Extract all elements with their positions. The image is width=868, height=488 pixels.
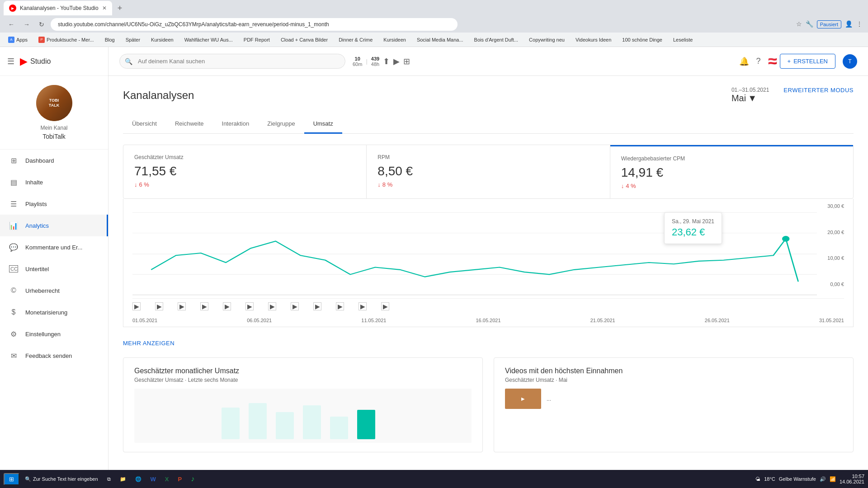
sidebar-item-einstellungen[interactable]: ⚙ Einstellungen — [0, 323, 108, 345]
taskbar-powerpoint[interactable]: P — [174, 474, 185, 484]
bookmark-spaeter[interactable]: Später — [123, 36, 143, 43]
untertitel-icon: CC — [9, 265, 18, 272]
bookmark-wahlfaecher[interactable]: Wahlfächer WU Aus... — [182, 36, 236, 43]
video-thumb-10[interactable]: ▶ — [336, 302, 344, 310]
stat-card-umsatz[interactable]: Geschätzter Umsatz 71,55 € ↓ 6 % — [123, 145, 367, 198]
bookmark-kursideen[interactable]: Kursideen — [148, 36, 176, 43]
forward-button[interactable]: → — [21, 19, 33, 30]
new-tab-button[interactable]: + — [114, 4, 126, 13]
sidebar-item-dashboard[interactable]: ⊞ Dashboard — [0, 150, 108, 171]
video-thumb-8[interactable]: ▶ — [291, 302, 299, 310]
video-thumb-1[interactable]: ▶ — [132, 302, 141, 310]
x-label-5: 26.05.2021 — [705, 318, 730, 323]
search-input[interactable] — [119, 54, 345, 69]
bookmark-apps[interactable]: A Apps — [5, 36, 30, 44]
bookmark-videokurs[interactable]: Videokurs Ideen — [573, 36, 614, 43]
bookmark-bois[interactable]: Bois d'Argent Duft... — [472, 36, 521, 43]
menu-icon[interactable]: ⋮ — [856, 20, 863, 28]
sidebar-item-playlists[interactable]: ☰ Playlists — [0, 193, 108, 215]
sidebar-item-untertitel[interactable]: CC Untertitel — [0, 258, 108, 280]
video-icon[interactable]: ▶ — [393, 56, 400, 66]
url-text: studio.youtube.com/channel/UC6N5u-OiGz_u… — [58, 21, 329, 28]
hamburger-menu[interactable]: ☰ — [7, 56, 14, 66]
help-icon[interactable]: ? — [756, 56, 761, 66]
video-thumb-2[interactable]: ▶ — [155, 302, 163, 310]
video-thumb-4[interactable]: ▶ — [200, 302, 208, 310]
grid-icon[interactable]: ⊞ — [403, 56, 410, 66]
tab-interaktion[interactable]: Interaktion — [213, 115, 259, 134]
bookmarks-bar: A Apps P Produktsuche - Mer... Blog Spät… — [0, 33, 868, 47]
taskbar-spotify[interactable]: ♪ — [187, 473, 198, 485]
tab-uebersicht[interactable]: Übersicht — [123, 115, 166, 134]
video-thumb-12[interactable]: ▶ — [381, 302, 389, 310]
y-label-10: 10,00 € — [827, 255, 844, 261]
bookmark-100[interactable]: 100 schöne Dinge — [619, 36, 665, 43]
bookmark-pdf[interactable]: PDF Report — [241, 36, 273, 43]
taskbar-word[interactable]: W — [147, 474, 160, 484]
bookmark-copywriting[interactable]: Copywriting neu — [526, 36, 567, 43]
stat-card-rpm[interactable]: RPM 8,50 € ↓ 8 % — [367, 145, 610, 198]
search-bar-container: 🔍 — [119, 54, 345, 69]
date-month-selector[interactable]: Mai ▼ — [731, 93, 769, 103]
create-label: ERSTELLEN — [793, 58, 828, 65]
tab-reichweite[interactable]: Reichweite — [166, 115, 213, 134]
upload-icon[interactable]: ⬆ — [383, 56, 390, 66]
cpm-down-arrow: ↓ — [621, 183, 624, 189]
browser-tab[interactable]: Kanalanalysen - YouTube Studio ✕ — [4, 1, 112, 15]
bookmark-blog[interactable]: Blog — [102, 36, 118, 43]
yt-studio-logo[interactable]: ▶ Studio — [20, 56, 51, 67]
cpm-change-value: 4 % — [626, 183, 636, 189]
dashboard-icon: ⊞ — [9, 156, 18, 165]
sidebar-item-monetarisierung[interactable]: $ Monetarisierung — [0, 301, 108, 323]
address-bar[interactable]: studio.youtube.com/channel/UC6N5u-OiGz_u… — [51, 18, 458, 31]
start-button[interactable]: ⊞ — [4, 473, 19, 485]
account-avatar[interactable]: T — [843, 54, 857, 69]
extension-icon1[interactable]: 🔧 — [806, 20, 813, 28]
tab-zielgruppe[interactable]: Zielgruppe — [258, 115, 304, 134]
taskbar-explorer[interactable]: 📁 — [116, 474, 130, 484]
video-thumb-7[interactable]: ▶ — [268, 302, 276, 310]
page-header: Kanalanalysen 01.–31.05.2021 Mai ▼ ERWEI… — [123, 87, 854, 103]
upload-count: 10 — [355, 56, 360, 61]
top-video-item[interactable]: ▶ ... — [505, 389, 842, 409]
video-thumb-3[interactable]: ▶ — [178, 302, 186, 310]
tab-umsatz[interactable]: Umsatz — [304, 115, 342, 134]
taskbar-search-label: Zur Suche Text hier eingeben — [33, 476, 98, 482]
bookmark-kursideen2[interactable]: Kursideen — [381, 36, 409, 43]
bookmark-cload[interactable]: Cload + Canva Bilder — [278, 36, 330, 43]
taskbar-chrome[interactable]: 🌐 — [132, 474, 145, 484]
bookmark-icon[interactable]: ☆ — [796, 20, 802, 28]
sidebar-item-kommentare[interactable]: 💬 Kommentare und Er... — [0, 236, 108, 258]
sidebar-item-inhalte[interactable]: ▤ Inhalte — [0, 171, 108, 193]
bottom-card-top-videos[interactable]: Videos mit den höchsten Einnahmen Geschä… — [494, 357, 854, 452]
bottom-card-monthly[interactable]: Geschätzter monatlicher Umsatz Geschätzt… — [123, 357, 483, 452]
bookmark-produktsuche[interactable]: P Produktsuche - Mer... — [36, 36, 97, 44]
tab-close-btn[interactable]: ✕ — [102, 5, 107, 11]
bookmark-socialmedia[interactable]: Social Media Mana... — [414, 36, 466, 43]
umsatz-down-arrow: ↓ — [134, 181, 137, 188]
bookmark-dinner[interactable]: Dinner & Crime — [336, 36, 375, 43]
stat-cpm-value: 14,91 € — [621, 165, 842, 180]
video-thumb-6[interactable]: ▶ — [245, 302, 254, 310]
bookmark-leseliste[interactable]: Leseliste — [670, 36, 695, 43]
back-button[interactable]: ← — [5, 19, 17, 30]
sidebar-item-feedback[interactable]: ✉ Feedback senden — [0, 345, 108, 366]
video-thumb-5[interactable]: ▶ — [223, 302, 231, 310]
mehr-anzeigen-link[interactable]: MEHR ANZEIGEN — [123, 340, 175, 347]
erweiterter-modus-button[interactable]: ERWEITERTER MODUS — [783, 87, 854, 94]
sidebar-item-urheberrecht[interactable]: © Urheberrecht — [0, 280, 108, 301]
video-thumb-9[interactable]: ▶ — [313, 302, 321, 310]
sidebar-item-analytics[interactable]: 📊 Analytics — [0, 215, 108, 236]
taskbar-task-view[interactable]: ⧉ — [104, 474, 114, 484]
pause-btn[interactable]: Pausiert — [817, 20, 841, 28]
stat-card-cpm[interactable]: Wiedergabebasierter CPM 14,91 € ↓ 4 % — [610, 145, 853, 198]
video-thumb-11[interactable]: ▶ — [359, 302, 367, 310]
taskbar-search[interactable]: 🔍 Zur Suche Text hier eingeben — [21, 474, 102, 484]
notification-icon[interactable]: 🔔 — [739, 56, 749, 66]
create-button[interactable]: + ERSTELLEN — [780, 54, 835, 69]
svg-rect-9 — [330, 417, 348, 439]
taskbar-excel[interactable]: X — [161, 474, 173, 484]
reload-button[interactable]: ↻ — [36, 19, 47, 30]
profile-icon[interactable]: 👤 — [845, 20, 853, 28]
monthly-chart-placeholder — [134, 389, 472, 443]
